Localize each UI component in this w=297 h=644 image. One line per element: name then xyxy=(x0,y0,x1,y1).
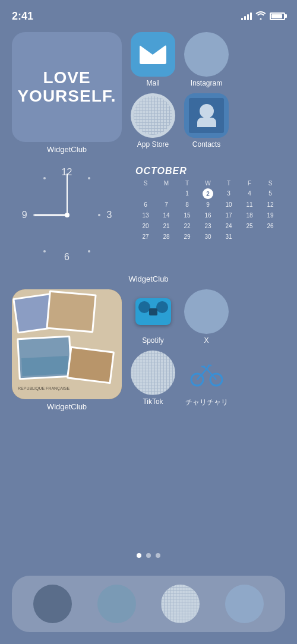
cal-day: 23 xyxy=(198,221,218,231)
contacts-app-icon[interactable] xyxy=(184,93,229,138)
cal-header: S xyxy=(260,179,280,188)
mail-app-wrapper: Mail xyxy=(131,32,175,87)
cal-day: 24 xyxy=(219,221,239,231)
cal-day xyxy=(156,188,176,199)
cal-day: 9 xyxy=(198,200,218,210)
x-app-wrapper: X xyxy=(184,289,229,345)
contacts-label: Contacts xyxy=(192,140,220,149)
dock xyxy=(12,576,285,632)
cal-day: 21 xyxy=(156,221,176,231)
clock-dot-6 xyxy=(88,250,90,252)
stamp-3 xyxy=(17,336,72,380)
cal-day: 6 xyxy=(135,200,156,210)
cal-header: T xyxy=(177,179,197,188)
clock-face: 12 3 6 9 xyxy=(17,165,118,266)
page-dot-3 xyxy=(156,553,160,558)
spotify-app-wrapper: Spotify xyxy=(131,289,175,345)
cal-day: 16 xyxy=(198,210,218,220)
chari-app-wrapper: チャリチャリ xyxy=(184,351,229,408)
battery-icon xyxy=(270,12,285,20)
instagram-label: Instagram xyxy=(191,79,222,87)
page-dots xyxy=(0,553,297,558)
cal-day: 18 xyxy=(239,210,260,220)
bike-svg xyxy=(189,358,225,388)
cal-grid: SMTWTFS123456789101112131415161718192021… xyxy=(135,179,280,242)
cal-day: 7 xyxy=(156,200,176,210)
cal-day: 3 xyxy=(219,188,239,199)
appstore-app-wrapper: App Store xyxy=(131,93,175,149)
instagram-app-icon[interactable] xyxy=(184,32,229,77)
row3: REPUBLIQUE FRANÇAISE WidgetClub Spotify … xyxy=(12,289,285,411)
cal-day: 22 xyxy=(177,221,197,231)
status-icons xyxy=(241,11,285,21)
cal-day: 25 xyxy=(239,221,260,231)
cal-month: OCTOBER xyxy=(135,166,280,176)
appstore-app-icon[interactable] xyxy=(131,93,175,138)
photo-widget-label: WidgetClub xyxy=(12,402,122,411)
widgetclub-center-label: WidgetClub xyxy=(12,274,285,283)
cal-day: 20 xyxy=(135,221,156,231)
widget-text: LOVE YOURSELF. xyxy=(17,69,116,106)
cal-header: W xyxy=(198,179,218,188)
clock-dot-5 xyxy=(43,250,46,252)
clock-dot-4 xyxy=(98,214,100,216)
cal-day: 11 xyxy=(239,200,260,210)
cal-day: 15 xyxy=(177,210,197,220)
calendar-widget[interactable]: OCTOBER SMTWTFS1234567891011121314151617… xyxy=(131,160,285,270)
stamps-visual: REPUBLIQUE FRANÇAISE xyxy=(12,289,122,399)
cal-day: 4 xyxy=(239,188,260,199)
clock-num-6: 6 xyxy=(64,252,69,263)
dock-icon-1[interactable] xyxy=(33,585,72,623)
photo-widget[interactable]: REPUBLIQUE FRANÇAISE xyxy=(12,289,122,399)
clock-widget-wrapper: 12 3 6 9 xyxy=(12,160,122,270)
cal-day: 1 xyxy=(177,188,197,199)
cal-day xyxy=(135,188,156,199)
x-app-icon[interactable] xyxy=(184,289,229,334)
clock-num-3: 3 xyxy=(106,210,112,220)
tiktok-app-icon[interactable] xyxy=(131,351,175,395)
chari-label: チャリチャリ xyxy=(185,397,228,408)
widgetclub-large-widget[interactable]: LOVE YOURSELF. xyxy=(12,32,122,142)
dock-icon-4[interactable] xyxy=(225,585,264,623)
cal-day: 14 xyxy=(156,210,176,220)
cal-day: 13 xyxy=(135,210,156,220)
bottom-right-icons: Spotify X TikTok xyxy=(131,289,229,408)
cal-header: T xyxy=(219,179,239,188)
chari-app-icon[interactable] xyxy=(184,351,229,395)
stamp-4 xyxy=(67,346,115,384)
cal-day: 2 xyxy=(203,188,213,199)
cal-day: 5 xyxy=(260,188,280,199)
boombox-visual xyxy=(135,298,171,325)
cal-day: 8 xyxy=(177,200,197,210)
row2: 12 3 6 9 xyxy=(12,160,285,270)
page-dot-2 xyxy=(146,553,151,558)
clock-dot-2 xyxy=(88,177,90,179)
status-bar: 2:41 xyxy=(0,0,297,26)
spotify-label: Spotify xyxy=(142,336,164,345)
cal-day: 12 xyxy=(260,200,280,210)
row1: LOVE YOURSELF. WidgetClub Mail Instagra xyxy=(12,32,285,154)
clock-hand-hour xyxy=(34,214,67,216)
mail-app-icon[interactable] xyxy=(131,32,175,77)
cal-day: 30 xyxy=(198,232,218,242)
cal-day: 31 xyxy=(219,232,239,242)
cal-day xyxy=(239,232,260,242)
spotify-app-icon[interactable] xyxy=(131,289,175,334)
stamp-2 xyxy=(46,291,96,333)
clock-dot-1 xyxy=(43,177,46,179)
photo-widget-wrapper: REPUBLIQUE FRANÇAISE WidgetClub xyxy=(12,289,122,411)
widgetclub-large-wrapper: LOVE YOURSELF. WidgetClub xyxy=(12,32,122,154)
widgetclub-large-label: WidgetClub xyxy=(12,145,122,154)
page-dot-1 xyxy=(137,553,141,558)
dock-icon-3[interactable] xyxy=(161,585,200,623)
cal-day: 29 xyxy=(177,232,197,242)
stamp-text: REPUBLIQUE FRANÇAISE xyxy=(18,386,69,390)
appstore-label: App Store xyxy=(137,140,169,149)
contacts-app-wrapper: Contacts xyxy=(184,93,229,149)
clock-widget[interactable]: 12 3 6 9 xyxy=(12,160,122,270)
tiktok-app-wrapper: TikTok xyxy=(131,351,175,408)
cal-day xyxy=(260,232,280,242)
cal-day: 27 xyxy=(135,232,156,242)
dock-icon-2[interactable] xyxy=(97,585,136,623)
wifi-icon xyxy=(255,11,266,21)
